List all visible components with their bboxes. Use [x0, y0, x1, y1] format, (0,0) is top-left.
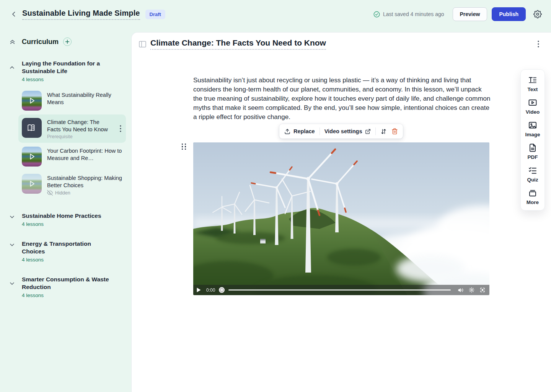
course-title[interactable]: Sustainable Living Made Simple — [22, 9, 140, 20]
preview-button[interactable]: Preview — [453, 7, 487, 21]
video-controls-bar: 0:00 — [193, 285, 489, 295]
video-frame-wind-turbines — [193, 142, 489, 295]
move-block-icon[interactable] — [380, 128, 387, 135]
replace-button[interactable]: Replace — [284, 128, 315, 135]
chevron-down-icon[interactable] — [9, 242, 15, 248]
block-palette: Text Video Image PDF Quiz More — [520, 69, 545, 211]
lesson-item-what-sustainability[interactable]: What Sustainability Really Means — [18, 87, 126, 114]
external-link-icon — [365, 129, 371, 134]
lesson-video-thumbnail — [22, 174, 42, 194]
fullscreen-icon[interactable] — [479, 287, 486, 293]
curriculum-section: Energy & Transportation Choices 4 lesson… — [9, 240, 131, 263]
lesson-hidden-label: Hidden — [55, 190, 70, 196]
lesson-count: 4 lessons — [22, 257, 110, 263]
chevron-up-icon[interactable] — [9, 64, 15, 70]
video-scrubber-handle[interactable] — [219, 287, 225, 293]
add-image-block-button[interactable]: Image — [521, 121, 544, 137]
play-button[interactable] — [197, 287, 201, 292]
upload-icon — [284, 128, 290, 135]
section-header-foundation[interactable]: Laying the Foundation for a Sustainable … — [9, 60, 131, 82]
sidebar-toggle-icon[interactable] — [139, 40, 147, 48]
saved-check-icon — [373, 11, 380, 18]
video-settings-button[interactable]: Video settings — [324, 128, 371, 134]
curriculum-section: Laying the Foundation for a Sustainable … — [9, 60, 131, 199]
delete-block-icon[interactable] — [391, 128, 398, 135]
lesson-menu-kebab-icon[interactable] — [117, 124, 124, 133]
lesson-reading-thumbnail — [22, 118, 42, 138]
block-drag-handle-icon[interactable] — [182, 144, 186, 150]
eye-off-icon — [47, 190, 53, 196]
lesson-title: Climate Change: The Facts You Need to Kn… — [47, 119, 112, 133]
play-icon — [22, 91, 42, 111]
last-saved-text: Last saved 4 minutes ago — [383, 11, 444, 17]
pdf-icon — [528, 143, 537, 152]
section-header-smarter-consumption[interactable]: Smarter Consumption & Waste Reduction 4 … — [9, 276, 131, 298]
collapse-all-icon[interactable] — [9, 38, 16, 45]
curriculum-section: Smarter Consumption & Waste Reduction 4 … — [9, 276, 131, 298]
video-icon — [528, 98, 537, 107]
lesson-count: 4 lessons — [22, 77, 110, 82]
lesson-intro-text[interactable]: Sustainability isn’t just about recyclin… — [193, 76, 491, 122]
lesson-title: Your Carbon Footprint: How to Measure an… — [47, 147, 124, 162]
top-header: Sustainable Living Made Simple Draft Las… — [0, 0, 551, 28]
add-pdf-block-button[interactable]: PDF — [521, 143, 544, 160]
add-text-block-button[interactable]: Text — [521, 75, 544, 92]
lesson-video-thumbnail — [22, 91, 42, 111]
lesson-count: 4 lessons — [22, 292, 110, 298]
save-status: Last saved 4 minutes ago — [373, 11, 444, 18]
lesson-editor-panel: Climate Change: The Facts You Need to Kn… — [131, 32, 551, 392]
open-book-icon — [27, 123, 37, 133]
status-badge: Draft — [145, 10, 165, 19]
volume-icon[interactable] — [458, 287, 464, 293]
settings-gear-icon[interactable] — [533, 9, 543, 19]
video-current-time: 0:00 — [206, 287, 215, 293]
chevron-down-icon[interactable] — [9, 280, 15, 286]
lesson-item-carbon-footprint[interactable]: Your Carbon Footprint: How to Measure an… — [18, 143, 126, 170]
lesson-item-sustainable-shopping[interactable]: Sustainable Shopping: Making Better Choi… — [18, 170, 126, 199]
quiz-icon — [528, 166, 537, 175]
add-section-button[interactable] — [63, 38, 72, 46]
add-quiz-block-button[interactable]: Quiz — [521, 166, 544, 183]
lesson-page-title[interactable]: Climate Change: The Facts You Need to Kn… — [150, 38, 326, 50]
play-icon — [22, 174, 42, 194]
publish-button[interactable]: Publish — [492, 7, 526, 21]
section-title: Sustainable Home Practices — [22, 212, 110, 220]
player-settings-gear-icon[interactable] — [469, 287, 474, 293]
image-icon — [528, 121, 537, 130]
section-title: Smarter Consumption & Waste Reduction — [22, 276, 110, 291]
more-blocks-button[interactable]: More — [521, 188, 544, 205]
curriculum-title: Curriculum — [22, 38, 59, 46]
lesson-prerequisite-label: Prerequisite — [47, 134, 112, 139]
more-icon — [528, 188, 537, 198]
lesson-title: Sustainable Shopping: Making Better Choi… — [47, 175, 124, 189]
chevron-down-icon[interactable] — [9, 214, 15, 220]
lesson-item-climate-change[interactable]: Climate Change: The Facts You Need to Kn… — [18, 114, 126, 143]
section-title: Laying the Foundation for a Sustainable … — [22, 60, 110, 75]
add-video-block-button[interactable]: Video — [521, 98, 544, 115]
video-player[interactable]: 0:00 — [193, 142, 489, 295]
section-header-energy-transport[interactable]: Energy & Transportation Choices 4 lesson… — [9, 240, 131, 263]
section-header-home-practices[interactable]: Sustainable Home Practices 4 lessons — [9, 212, 131, 227]
lesson-video-thumbnail — [22, 147, 42, 167]
video-block-toolbar: Replace Video settings — [279, 124, 403, 139]
section-title: Energy & Transportation Choices — [22, 240, 110, 255]
lesson-count: 4 lessons — [22, 221, 110, 227]
curriculum-sidebar: Curriculum Laying the Foundation for a S… — [0, 28, 131, 392]
course-editor-app: Sustainable Living Made Simple Draft Las… — [0, 0, 551, 392]
play-icon — [22, 147, 42, 167]
lesson-title: What Sustainability Really Means — [47, 91, 124, 106]
text-icon — [528, 75, 537, 85]
lesson-options-kebab-icon[interactable] — [535, 40, 542, 48]
curriculum-section: Sustainable Home Practices 4 lessons — [9, 212, 131, 227]
back-button[interactable] — [9, 10, 18, 19]
video-progress-track[interactable] — [228, 289, 451, 291]
